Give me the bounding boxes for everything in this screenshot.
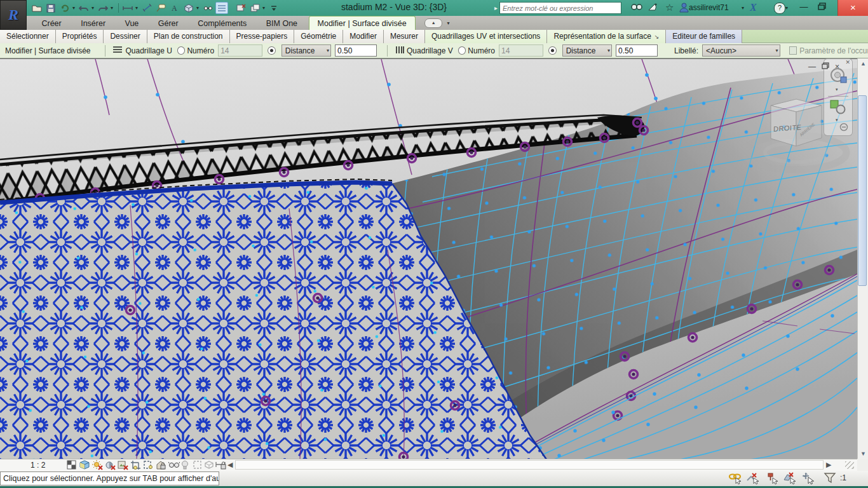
save-icon[interactable] bbox=[44, 2, 57, 14]
scroll-up-icon[interactable]: ▲ bbox=[858, 58, 868, 69]
panel-modifier[interactable]: Modifier bbox=[343, 30, 384, 43]
tag-by-category-icon[interactable] bbox=[154, 2, 167, 14]
favorites-icon[interactable]: ☆ bbox=[665, 2, 674, 13]
drag-elements-on-selection-icon[interactable] bbox=[802, 472, 816, 485]
switch-windows-icon[interactable] bbox=[248, 2, 261, 14]
grid-u-distance-input[interactable] bbox=[335, 44, 377, 57]
panel-geometrie[interactable]: Géométrie bbox=[294, 30, 343, 43]
exchange-apps-icon[interactable]: X bbox=[750, 2, 757, 13]
grid-u-numero-radio[interactable] bbox=[177, 46, 186, 55]
viewport-close-icon[interactable]: × bbox=[835, 62, 839, 71]
panel-dessiner[interactable]: Dessiner bbox=[104, 30, 147, 43]
tab-gerer[interactable]: Gérer bbox=[150, 17, 187, 30]
zoom-tool-dropdown[interactable]: ▾ bbox=[836, 118, 838, 123]
user-icon[interactable] bbox=[679, 3, 689, 13]
panel-mesurer[interactable]: Mesurer bbox=[384, 30, 425, 43]
select-elements-by-face-icon[interactable] bbox=[783, 472, 797, 485]
minimize-ribbon-dropdown[interactable]: ▾ bbox=[447, 20, 450, 26]
open-icon[interactable] bbox=[31, 2, 43, 14]
default-3d-view-icon[interactable] bbox=[182, 2, 195, 14]
tab-complements[interactable]: Compléments bbox=[189, 17, 255, 30]
panel-quadrillages-uv[interactable]: Quadrillages UV et intersections bbox=[425, 30, 547, 43]
minimize-ribbon-button[interactable]: ▲ bbox=[424, 18, 442, 28]
panel-representation-surface[interactable]: Représentation de la surface↘ bbox=[547, 30, 666, 43]
navbar-close-icon[interactable]: ✕ bbox=[845, 59, 850, 65]
close-hidden-windows-icon[interactable] bbox=[234, 2, 247, 14]
steering-wheel-dropdown[interactable]: ▾ bbox=[836, 87, 838, 92]
select-pinned-elements-icon[interactable] bbox=[765, 472, 779, 485]
temporary-view-properties-icon[interactable] bbox=[181, 460, 192, 470]
search-collapse-icon[interactable]: ▸ bbox=[494, 4, 498, 11]
application-menu-button[interactable]: R bbox=[0, 0, 27, 30]
tab-modifier-surface-divisee[interactable]: Modifier | Surface divisée bbox=[309, 16, 416, 30]
text-icon[interactable]: A bbox=[168, 2, 181, 14]
grid-u-distance-radio[interactable] bbox=[268, 46, 276, 55]
section-icon[interactable] bbox=[201, 2, 214, 14]
crop-region-visibility-icon[interactable] bbox=[143, 460, 154, 470]
horizontal-scrollbar[interactable] bbox=[235, 460, 824, 470]
grid-u-numero-input[interactable] bbox=[218, 44, 262, 57]
viewport-restore-icon[interactable] bbox=[822, 62, 829, 71]
synchronize-dropdown[interactable]: ▾ bbox=[72, 2, 78, 14]
scroll-down-icon[interactable]: ▼ bbox=[858, 449, 868, 459]
selection-filter-icon[interactable] bbox=[824, 472, 837, 485]
default-3d-view-dropdown[interactable]: ▾ bbox=[196, 2, 201, 14]
panel-proprietes[interactable]: Propriétés bbox=[56, 30, 104, 43]
restore-button[interactable] bbox=[813, 3, 830, 12]
minimize-button[interactable]: — bbox=[796, 2, 812, 11]
select-underlay-elements-icon[interactable] bbox=[746, 472, 760, 485]
hscroll-right-icon[interactable]: ▶ bbox=[826, 461, 831, 469]
tab-bim-one[interactable]: BIM One bbox=[258, 17, 306, 30]
grid-v-mode-combo[interactable]: Distance▾ bbox=[562, 44, 612, 57]
customize-quick-access-toolbar-icon[interactable] bbox=[268, 2, 280, 14]
displacement-sets-icon[interactable] bbox=[204, 460, 215, 470]
search-icon[interactable] bbox=[631, 3, 642, 12]
lock-3d-view-icon[interactable] bbox=[156, 460, 166, 470]
measure-icon[interactable] bbox=[121, 2, 134, 14]
switch-windows-dropdown[interactable]: ▾ bbox=[262, 2, 268, 14]
viewport-minimize-icon[interactable]: — bbox=[808, 62, 816, 71]
reveal-hidden-elements-icon[interactable] bbox=[168, 460, 179, 470]
detail-level-icon[interactable] bbox=[67, 460, 78, 470]
measure-lock-icon[interactable] bbox=[215, 460, 226, 470]
redo-icon[interactable] bbox=[97, 2, 109, 14]
crop-view-icon[interactable] bbox=[130, 460, 141, 470]
tab-vue[interactable]: Vue bbox=[117, 17, 147, 30]
redo-dropdown[interactable]: ▾ bbox=[111, 2, 116, 14]
aligned-dimension-icon[interactable] bbox=[140, 2, 153, 14]
search-input[interactable] bbox=[499, 2, 621, 14]
thin-lines-icon[interactable] bbox=[215, 2, 228, 14]
undo-dropdown[interactable]: ▾ bbox=[92, 2, 97, 14]
resize-grip[interactable] bbox=[845, 461, 854, 469]
measure-dropdown[interactable]: ▾ bbox=[135, 2, 140, 14]
grid-u-mode-combo[interactable]: Distance▾ bbox=[281, 44, 331, 57]
grid-v-distance-input[interactable] bbox=[616, 44, 658, 57]
visual-style-icon[interactable] bbox=[79, 460, 90, 470]
navbar-options-icon[interactable] bbox=[839, 123, 850, 133]
rendering-dialog-icon[interactable] bbox=[118, 460, 128, 470]
user-dropdown[interactable]: ▾ bbox=[742, 5, 744, 11]
panel-launcher-icon[interactable]: ↘ bbox=[654, 34, 660, 40]
panel-plan-de-construction[interactable]: Plan de construction bbox=[147, 30, 230, 43]
scale-button[interactable]: 1 : 2 bbox=[31, 461, 45, 470]
username[interactable]: assilirevit71 bbox=[689, 3, 729, 12]
panel-editeur-de-familles[interactable]: Editeur de familles bbox=[666, 30, 742, 43]
grid-v-numero-radio[interactable] bbox=[458, 46, 466, 55]
hscroll-left-icon[interactable]: ◀ bbox=[227, 461, 233, 469]
select-links-icon[interactable] bbox=[728, 472, 742, 485]
close-button[interactable]: × bbox=[837, 0, 868, 16]
help-dropdown[interactable]: ▾ bbox=[785, 5, 788, 11]
hide-analytical-model-icon[interactable] bbox=[193, 460, 203, 470]
tab-inserer[interactable]: Insérer bbox=[72, 17, 114, 30]
shadows-icon[interactable] bbox=[105, 460, 116, 470]
undo-icon[interactable] bbox=[78, 2, 90, 14]
synchronize-icon[interactable] bbox=[58, 2, 71, 14]
libelle-combo[interactable]: <Aucun>▾ bbox=[702, 44, 780, 57]
communication-center-icon[interactable] bbox=[648, 3, 658, 12]
instance-param-checkbox[interactable] bbox=[789, 46, 797, 55]
grid-v-numero-input[interactable] bbox=[499, 44, 543, 57]
sun-path-icon[interactable] bbox=[92, 460, 103, 470]
tab-creer[interactable]: Créer bbox=[33, 17, 69, 30]
panel-selectionner[interactable]: Sélectionner bbox=[0, 30, 56, 43]
help-icon[interactable]: ? bbox=[774, 3, 785, 14]
